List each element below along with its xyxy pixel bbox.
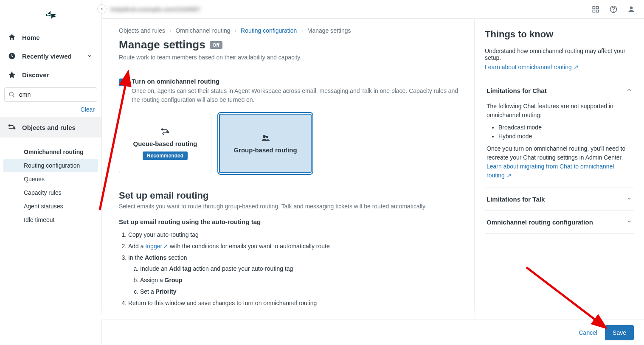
crumb-1[interactable]: Objects and rules [119,27,165,34]
svg-point-3 [9,125,10,126]
search-icon [8,90,16,99]
search-box [4,87,97,102]
sublink-agent-statuses[interactable]: Agent statuses [0,199,101,213]
chevron-down-icon [85,52,94,60]
profile-icon[interactable] [627,5,636,14]
acc1-p2: Once you turn on omnichannel routing, yo… [487,144,632,162]
turn-on-desc: Once on, agents can set their status in … [132,87,461,104]
collapse-sidebar-handle[interactable] [97,4,107,14]
acc1-li1: Broadcast mode [498,123,632,132]
step-2: Add a trigger↗ with the conditions for e… [128,241,461,252]
svg-point-10 [613,11,614,11]
topbar-breadcrumb-blurred: helpdesk.example.com/1234567 [110,6,200,13]
svg-line-2 [13,95,14,97]
step-3a: Include an Add tag action and paste your… [140,264,461,274]
sublink-capacity[interactable]: Capacity rules [0,186,101,199]
apps-icon[interactable] [591,5,600,14]
group-icon [261,134,270,142]
save-button[interactable]: Save [605,325,634,340]
email-routing-subtitle: Select emails you want to route through … [119,203,461,210]
card-group-routing[interactable]: Group-based routing [219,114,312,173]
help-icon[interactable] [609,5,618,14]
main-content: Objects and rules › Omnichannel routing … [102,19,474,345]
sidebar: Home Recently viewed Discover Clear Obje… [0,0,102,345]
accordion-config: Omnichannel routing configuration [485,211,634,234]
clear-link[interactable]: Clear [81,106,95,113]
subnav: Omnichannel routing Routing configuratio… [0,137,101,227]
home-icon [8,33,16,42]
email-routing-heading: Set up email routing using the auto-rout… [119,218,461,225]
status-badge-off: Off [210,41,222,49]
svg-point-1 [9,92,13,96]
crumb-4: Manage settings [307,27,351,34]
accordion-talk: Limitations for Talk [485,188,634,211]
crumb-2[interactable]: Omnichannel routing [175,27,230,34]
clock-icon [8,52,16,60]
external-link-icon: ↗ [506,172,512,179]
nav-home-label: Home [22,34,40,41]
svg-rect-8 [596,10,599,12]
section-objects-rules[interactable]: Objects and rules [0,117,101,137]
accordion-chat: Limitations for Chat The following Chat … [485,79,634,188]
svg-point-14 [263,135,266,138]
svg-point-12 [162,129,163,130]
nav-recent-label: Recently viewed [22,53,72,60]
logo [0,4,101,28]
chevron-up-icon [626,87,632,94]
svg-point-4 [14,128,15,129]
step-3: In the Actions section Include an Add ta… [128,252,461,297]
sublink-routing-config[interactable]: Routing configuration [3,159,98,172]
queue-icon [161,127,169,136]
accordion-talk-header[interactable]: Limitations for Talk [485,188,634,210]
cancel-button[interactable]: Cancel [579,329,597,336]
chevron-down-icon [626,219,632,226]
subnav-title: Omnichannel routing [0,145,101,159]
page-title: Manage settings Off [119,38,461,51]
external-link-icon: ↗ [163,241,168,252]
page-title-text: Manage settings [119,38,205,51]
topbar: helpdesk.example.com/1234567 [102,0,644,19]
acc1-p1: The following Chat features are not supp… [487,102,632,120]
card-queue-routing[interactable]: Queue-based routing Recommended [119,114,211,173]
turn-on-label: Turn on omnichannel routing [132,78,461,85]
svg-rect-7 [593,10,595,12]
nav-recent[interactable]: Recently viewed [0,47,101,65]
search-input[interactable] [4,87,97,102]
svg-point-13 [167,132,169,133]
trigger-link[interactable]: trigger↗ [145,243,168,250]
svg-rect-6 [596,6,599,8]
side-link-learn[interactable]: Learn about omnichannel routing ↗ [485,64,579,70]
accordion-chat-header[interactable]: Limitations for Chat [485,79,634,102]
accordion-config-header[interactable]: Omnichannel routing configuration [485,211,634,233]
section-label: Objects and rules [22,124,76,131]
sublink-queues[interactable]: Queues [0,172,101,186]
nav-discover-label: Discover [22,71,49,79]
acc1-li2: Hybrid mode [498,132,632,141]
nav-discover[interactable]: Discover [0,65,101,84]
step-3c: Set a Priority [140,286,461,297]
crumb-3[interactable]: Routing configuration [241,27,297,34]
breadcrumb: Objects and rules › Omnichannel routing … [119,27,461,34]
svg-point-15 [266,136,268,138]
recommended-badge: Recommended [143,151,188,160]
step-3b: Assign a Group [140,275,461,286]
svg-point-11 [630,6,633,9]
svg-rect-5 [593,6,595,8]
card-queue-title: Queue-based routing [133,140,197,147]
acc1-link[interactable]: Learn about migrating from Chat to omnic… [487,163,614,179]
page-subtitle: Route work to team members based on thei… [119,54,461,61]
card-group-title: Group-based routing [233,146,297,154]
star-icon [8,70,16,79]
nav-home[interactable]: Home [0,28,101,47]
chevron-down-icon [626,196,632,203]
fade-overlay [0,307,644,320]
footer: Cancel Save [102,320,644,345]
routing-icon [8,123,16,132]
side-title: Things to know [485,29,634,40]
sublink-idle-timeout[interactable]: Idle timeout [0,213,101,227]
side-panel: Things to know Understand how omnichanne… [474,19,644,345]
steps-list: Copy your auto-routing tag Add a trigger… [119,230,461,309]
step-1: Copy your auto-routing tag [128,230,461,240]
turn-on-checkbox[interactable] [119,79,127,86]
email-routing-title: Set up email routing [119,190,461,201]
